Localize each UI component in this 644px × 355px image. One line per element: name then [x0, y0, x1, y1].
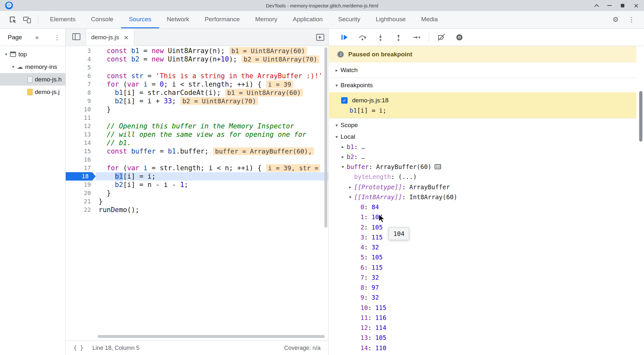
- scope-item-3[interactable]: 3: 115: [329, 232, 644, 242]
- scope-item-9[interactable]: 9: 32: [329, 293, 644, 303]
- expander-icon[interactable]: ▾: [3, 52, 9, 57]
- chevron-down-icon[interactable]: ▾: [340, 164, 346, 169]
- navigator-item-top[interactable]: ▾top: [0, 48, 65, 61]
- more-tabs-icon[interactable]: »: [35, 33, 39, 41]
- inspect-element-icon[interactable]: [8, 15, 18, 24]
- line-number[interactable]: 14: [66, 139, 96, 147]
- line-number[interactable]: 6: [66, 72, 96, 80]
- code-text[interactable]: }: [96, 189, 328, 197]
- tab-lighthouse[interactable]: Lighthouse: [368, 11, 413, 28]
- code-text[interactable]: for (var i = str.length; i < n; ++i) {i …: [96, 164, 328, 172]
- tab-application[interactable]: Application: [285, 11, 331, 28]
- inline-eval-badge[interactable]: b2 = Uint8Array(70): [180, 97, 258, 105]
- chevron-down-icon[interactable]: ▾: [333, 83, 340, 88]
- scope-item--int8array-[interactable]: ▾[[Int8Array]]: Int8Array(60): [329, 192, 644, 202]
- inline-eval-badge[interactable]: b1 = Uint8Array(60): [225, 89, 303, 97]
- scope-item-13[interactable]: 13: 105: [329, 333, 644, 343]
- inline-eval-badge[interactable]: b1 = Uint8Array(60): [229, 47, 307, 55]
- file-tab-demo-js[interactable]: demo-js.js ×: [86, 29, 134, 46]
- breakpoint-line-number[interactable]: 18: [66, 172, 96, 181]
- step-into-button[interactable]: [371, 32, 389, 42]
- tab-performance[interactable]: Performance: [197, 11, 247, 28]
- line-number[interactable]: 17: [66, 164, 96, 172]
- pause-on-exceptions-button[interactable]: [450, 32, 468, 42]
- line-number[interactable]: 11: [66, 114, 96, 122]
- expander-icon[interactable]: ▾: [10, 64, 16, 69]
- line-number[interactable]: 20: [66, 189, 96, 197]
- scope-item-10[interactable]: 10: 115: [329, 303, 644, 313]
- resume-script-button[interactable]: [335, 32, 353, 42]
- navigator-item-demo-js-h[interactable]: demo-js.h: [0, 73, 65, 86]
- code-editor[interactable]: 3 const b1 = new Uint8Array(n);b1 = Uint…: [66, 46, 328, 341]
- tab-sources[interactable]: Sources: [121, 11, 159, 28]
- line-number[interactable]: 21: [66, 197, 96, 206]
- inline-eval-badge[interactable]: i = 39, str =: [266, 164, 321, 172]
- step-button[interactable]: [408, 32, 426, 42]
- section-breakpoints[interactable]: ▾ Breakpoints: [329, 78, 636, 92]
- scope-item-4[interactable]: 4: 32: [329, 242, 644, 252]
- code-text[interactable]: // b1.: [96, 139, 328, 147]
- line-number[interactable]: 22: [66, 206, 96, 214]
- chevron-down-icon[interactable]: ▾: [333, 123, 340, 128]
- tab-elements[interactable]: Elements: [42, 11, 83, 28]
- section-watch[interactable]: ▸ Watch: [329, 62, 636, 78]
- code-text[interactable]: b1[i] = str.charCodeAt(i);b1 = Uint8Arra…: [96, 89, 328, 97]
- tab-page[interactable]: Page: [8, 34, 22, 41]
- line-number[interactable]: 5: [66, 63, 96, 72]
- inline-eval-badge[interactable]: b2 = Uint8Array(70): [242, 55, 319, 63]
- line-number[interactable]: 10: [66, 105, 96, 114]
- scope-item-b2[interactable]: ▸b2: …: [329, 152, 644, 162]
- code-text[interactable]: }: [96, 197, 328, 206]
- debugger-vertical-scrollbar[interactable]: [639, 91, 642, 142]
- line-number[interactable]: 8: [66, 89, 96, 97]
- close-tab-icon[interactable]: ×: [124, 33, 129, 41]
- memory-inspector-icon[interactable]: [435, 164, 441, 169]
- format-code-button[interactable]: { }: [73, 345, 83, 351]
- chevron-right-icon[interactable]: ▸: [333, 68, 340, 73]
- code-text[interactable]: [96, 63, 328, 72]
- code-text[interactable]: b2[i] = n - i - 1;: [96, 181, 328, 189]
- code-text[interactable]: [96, 155, 328, 164]
- navigator-menu-icon[interactable]: ⋮: [54, 33, 60, 41]
- scope-item-bytelength[interactable]: byteLength: (...): [329, 172, 644, 182]
- code-text[interactable]: [96, 114, 328, 122]
- step-out-button[interactable]: [389, 32, 408, 42]
- line-number[interactable]: 15: [66, 147, 96, 155]
- breakpoint-entry[interactable]: ✓ demo-js.js:18 b1[i] = i;: [329, 92, 636, 118]
- panel-toggle-icon[interactable]: [316, 34, 324, 42]
- navigator-toggle-icon[interactable]: [72, 33, 81, 42]
- breakpoint-checkbox[interactable]: ✓: [341, 97, 348, 104]
- code-text[interactable]: b2[i] = i + 33;b2 = Uint8Array(70): [96, 97, 328, 105]
- scope-item-b1[interactable]: ▸b1: …: [329, 142, 644, 152]
- code-text[interactable]: runDemo();: [96, 206, 328, 214]
- chevron-right-icon[interactable]: ▸: [340, 144, 346, 149]
- line-number[interactable]: 7: [66, 80, 96, 89]
- editor-horizontal-scrollbar[interactable]: [98, 335, 325, 338]
- code-text[interactable]: // will open the same view as for openin…: [96, 130, 328, 139]
- scope-item-12[interactable]: 12: 114: [329, 323, 644, 333]
- navigator-item-memory-ins[interactable]: ▾☁memory-ins: [0, 61, 65, 73]
- line-number[interactable]: 9: [66, 97, 96, 105]
- chevron-up-icon[interactable]: [594, 4, 599, 8]
- tab-memory[interactable]: Memory: [247, 11, 285, 28]
- line-number[interactable]: 3: [66, 47, 96, 55]
- maximize-icon[interactable]: [621, 4, 624, 7]
- inline-eval-badge[interactable]: buffer = ArrayBuffer(60),: [213, 147, 314, 155]
- more-options-kebab-icon[interactable]: ⋮: [628, 16, 635, 23]
- code-text[interactable]: const b1 = new Uint8Array(n);b1 = Uint8A…: [96, 47, 328, 55]
- device-toolbar-icon[interactable]: [22, 15, 32, 24]
- navigator-item-demo-js-j[interactable]: demo-js.j: [0, 86, 65, 98]
- scope-item-1[interactable]: 1: 104: [329, 212, 644, 222]
- code-text[interactable]: b1[i] = i;: [96, 172, 328, 181]
- line-number[interactable]: 19: [66, 181, 96, 189]
- tab-console[interactable]: Console: [83, 11, 121, 28]
- chevron-right-icon[interactable]: ▸: [340, 154, 346, 159]
- scope-item-8[interactable]: 8: 97: [329, 283, 644, 293]
- deactivate-breakpoints-button[interactable]: [432, 32, 450, 42]
- line-number[interactable]: 16: [66, 155, 96, 164]
- scope-item-6[interactable]: 6: 115: [329, 262, 644, 272]
- close-window-icon[interactable]: ×: [633, 2, 639, 9]
- tab-security[interactable]: Security: [331, 11, 368, 28]
- step-over-button[interactable]: [353, 32, 371, 42]
- settings-gear-icon[interactable]: ⚙: [612, 16, 619, 23]
